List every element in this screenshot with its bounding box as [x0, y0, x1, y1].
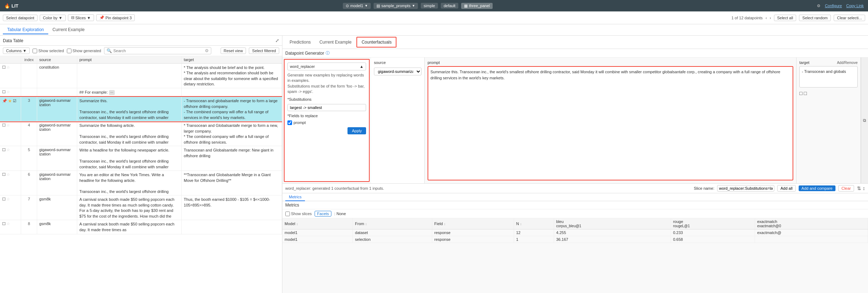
tab-tabular-exploration[interactable]: Tabular Exploration — [3, 26, 48, 34]
star-empty[interactable]: ☆ — [6, 65, 10, 70]
checkbox-icon[interactable]: ☐ — [2, 90, 6, 94]
copy-icon[interactable]: ⧉ — [863, 118, 866, 123]
layout-simple[interactable]: simple — [421, 3, 438, 9]
reset-view-button[interactable]: Reset view — [221, 48, 246, 54]
metrics-field: response — [432, 229, 514, 236]
row-source: gigaword-summar ization — [37, 97, 77, 121]
checkbox-icon[interactable]: ☐ — [2, 65, 6, 70]
more-button[interactable]: ··· — [109, 90, 115, 95]
star-empty[interactable]: ☆ — [6, 90, 10, 94]
remove-row-icon[interactable]: □ — [804, 90, 807, 96]
layout-three-panel-label: three_panel — [469, 4, 490, 8]
show-generated-checkbox[interactable] — [67, 49, 71, 53]
metrics-n: 12 — [514, 229, 554, 236]
tab-counterfactuals[interactable]: Counterfactuals — [356, 37, 396, 48]
substitutions-label: *Substitutions — [287, 97, 366, 102]
generator-select[interactable]: word_replacer ▲ — [287, 63, 366, 70]
metrics-thead: Model ↕ From ↕ Field ↕ N ↕ bleucorpus_bl… — [282, 218, 868, 229]
row-icons-cell: ☐ ☆ — [0, 220, 21, 234]
star-empty[interactable]: ☆ — [6, 172, 10, 177]
star-empty[interactable]: ☆ — [6, 123, 10, 128]
row-prompt-text: Summarize the following article.Transoce… — [79, 123, 179, 144]
slices-label: Slices — [75, 16, 86, 20]
table-row-selected[interactable]: 📌 ★ ☑ 3 gigaword-summar ization Summariz… — [0, 97, 282, 121]
layout-default[interactable]: default — [441, 3, 458, 9]
model-selector[interactable]: ⊙ model1 ▼ — [343, 3, 371, 9]
tab-current-example[interactable]: Current Example — [48, 26, 89, 34]
info-icon[interactable]: ⓘ — [326, 50, 330, 56]
add-row-icon[interactable]: □ — [799, 90, 802, 96]
configure-icon[interactable]: ⚙ — [817, 4, 820, 8]
table-header-row: index source prompt target — [0, 56, 282, 64]
add-all-button[interactable]: Add all — [777, 185, 796, 192]
copy-link[interactable]: Copy Link — [846, 4, 864, 8]
clear-button[interactable]: Clear — [838, 185, 854, 192]
show-selected-label: Show selected — [33, 49, 64, 53]
row-index: 6 — [21, 171, 37, 195]
cf-prompt-textarea[interactable]: Summarize this. Transocean inc., the wor… — [428, 66, 793, 180]
star-empty[interactable]: ☆ — [6, 197, 10, 202]
slices-button[interactable]: ⊟ Slices ▼ — [68, 14, 94, 21]
search-input[interactable] — [113, 49, 205, 53]
metrics-bleu: 4.255 — [554, 229, 671, 236]
select-datapoint-button[interactable]: Select datapoint — [3, 15, 38, 21]
checkbox-checked[interactable]: ☑ — [13, 99, 16, 103]
top-bar-left: 🔥 LIT — [4, 3, 19, 9]
columns-button[interactable]: Columns ▼ — [3, 48, 30, 54]
dataset-name: sample_prompts — [381, 4, 410, 8]
nav-chevron-left[interactable]: ‹ — [765, 16, 767, 20]
pin-icon: 📌 — [99, 15, 104, 20]
checkbox-icon[interactable]: ☐ — [2, 222, 6, 226]
row-prompt — [77, 64, 181, 88]
app-logo: 🔥 LIT — [4, 3, 19, 9]
row-target-text: Thus, the booth earned $1000 - $105 = $<… — [184, 197, 280, 208]
tab-current-example-right[interactable]: Current Example — [315, 38, 356, 48]
row-target-text: * The analysis should be brief and to th… — [184, 65, 280, 86]
tab-predictions[interactable]: Predictions — [285, 38, 315, 48]
substitutions-input[interactable] — [287, 104, 366, 111]
layout-default-label: default — [444, 4, 455, 8]
star-empty[interactable]: ☆ — [6, 222, 10, 226]
metrics-tab[interactable]: Metrics — [285, 193, 305, 201]
select-all-button[interactable]: Select all — [774, 15, 797, 21]
checkbox-icon[interactable]: ☐ — [2, 172, 6, 177]
prompt-checkbox[interactable] — [287, 120, 292, 125]
color-by-button[interactable]: Color by ▼ — [40, 15, 66, 21]
show-slices-checkbox[interactable] — [285, 212, 290, 216]
color-by-chevron: ▼ — [59, 16, 63, 20]
configure-link[interactable]: Configure — [825, 4, 842, 8]
row-source — [37, 88, 77, 97]
search-icon: 🔍 — [107, 48, 112, 53]
checkbox-icon[interactable]: ☐ — [2, 148, 6, 152]
pin-datapoint-button[interactable]: 📌 Pin datapoint 3 — [96, 14, 135, 21]
select-filtered-button[interactable]: Select filtered — [249, 48, 279, 54]
source-select[interactable]: gigaword-summarization — [374, 68, 421, 75]
model-chevron: ▼ — [365, 4, 368, 8]
star-filled[interactable]: ★ — [8, 98, 12, 104]
row-icons: ☐ ☆ — [2, 148, 19, 152]
layout-three-panel[interactable]: ▦ three_panel — [461, 3, 493, 9]
facets-button[interactable]: Facets — [315, 211, 331, 217]
nav-chevron-right[interactable]: › — [770, 16, 771, 20]
filter-icon[interactable]: ⇅ — [857, 185, 861, 191]
main-table: index source prompt target ☐ ☆ — [0, 56, 282, 234]
row-source: gsm8k — [37, 195, 77, 220]
select-random-button[interactable]: Select random — [799, 15, 831, 21]
checkbox-icon[interactable]: ☐ — [2, 197, 6, 202]
pin-icon[interactable]: 📌 — [2, 99, 7, 103]
metrics-field: response — [432, 236, 514, 243]
slice-name-input[interactable] — [717, 185, 774, 192]
add-compare-button[interactable]: Add and compare — [799, 185, 835, 191]
checkbox-icon[interactable]: ☐ — [2, 123, 6, 128]
row-target: - Transocean and globalsantafe merge to … — [182, 97, 282, 121]
show-selected-checkbox[interactable] — [33, 49, 37, 53]
apply-button[interactable]: Apply — [347, 127, 366, 134]
search-settings-icon[interactable]: ⚙ — [205, 48, 209, 53]
dataset-selector[interactable]: ▤ sample_prompts ▼ — [374, 3, 418, 9]
clear-selection-button[interactable]: Clear selecti... — [834, 15, 865, 21]
row-icons-cell: ☐ ☆ — [0, 146, 21, 171]
star-empty[interactable]: ☆ — [6, 148, 10, 152]
metrics-model: model1 — [282, 236, 353, 243]
expand-icon[interactable]: ⤢ — [275, 38, 279, 43]
sort-icon[interactable]: ↕ — [863, 185, 865, 191]
